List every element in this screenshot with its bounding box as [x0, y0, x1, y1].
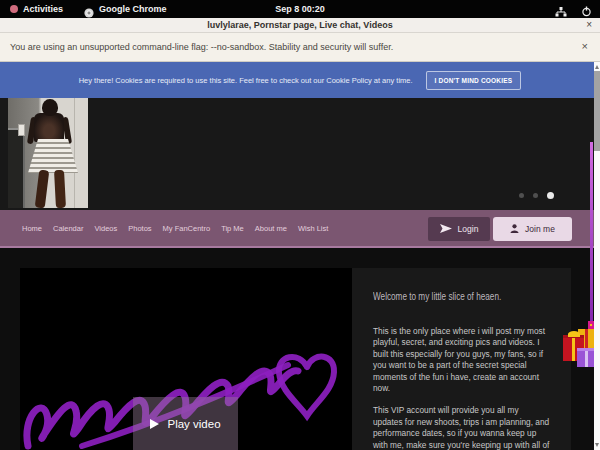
person-icon — [510, 224, 519, 235]
gift-widget-tab[interactable] — [590, 142, 593, 345]
window-title: luvlylarae, Pornstar page, Live chat, Vi… — [0, 20, 600, 30]
carousel-dot-3-active[interactable] — [547, 192, 554, 199]
video-preview: Play video — [20, 268, 352, 450]
nav-item-wish-list[interactable]: Wish List — [298, 224, 328, 233]
profile-photo — [8, 98, 88, 208]
screen: Activities Google Chrome Sep 8 00:20 luv… — [0, 0, 600, 450]
cookie-banner: Hey there! Cookies are required to use t… — [0, 62, 600, 98]
nav-item-calendar[interactable]: Calendar — [53, 224, 83, 233]
infobar-close-icon[interactable]: × — [582, 40, 588, 52]
scrollbar-thumb[interactable] — [594, 71, 600, 151]
clock[interactable]: Sep 8 00:20 — [0, 4, 600, 14]
cookie-message: Hey there! Cookies are required to use t… — [79, 76, 413, 85]
nav-item-tip-me[interactable]: Tip Me — [221, 224, 244, 233]
vip-paragraph: This VIP account will provide you all my… — [373, 405, 550, 450]
site-nav: Home Calendar Videos Photos My FanCentro… — [0, 210, 600, 248]
nav-item-my-fancentro[interactable]: My FanCentro — [163, 224, 211, 233]
scroll-up-icon[interactable] — [595, 65, 599, 69]
login-button[interactable]: Login — [428, 217, 490, 241]
join-me-button[interactable]: Join me — [493, 217, 572, 241]
nav-item-videos[interactable]: Videos — [94, 224, 117, 233]
infobar-message: You are using an unsupported command-lin… — [10, 42, 393, 52]
scroll-down-icon[interactable] — [595, 443, 599, 447]
carousel-dots — [519, 191, 554, 199]
play-video-button[interactable]: Play video — [133, 397, 238, 450]
gnome-top-bar: Activities Google Chrome Sep 8 00:20 — [0, 0, 600, 18]
window-titlebar: luvlylarae, Pornstar page, Live chat, Vi… — [0, 18, 600, 33]
page-scrollbar[interactable] — [594, 62, 600, 450]
welcome-heading: Welcome to my little slice of heaen. — [373, 290, 511, 302]
hero-carousel — [0, 98, 600, 210]
welcome-panel: Welcome to my little slice of heaen. Thi… — [352, 268, 571, 450]
nav-item-home[interactable]: Home — [22, 224, 42, 233]
window-close-icon[interactable]: × — [586, 19, 592, 30]
photo-fan — [8, 128, 25, 208]
gift-box-purple-icon — [577, 348, 595, 367]
chrome-infobar: You are using an unsupported command-lin… — [0, 33, 600, 62]
cookie-accept-button[interactable]: I DON'T MIND COOKIES — [426, 71, 522, 90]
carousel-dot-2[interactable] — [533, 193, 538, 198]
nav-item-about-me[interactable]: About me — [255, 224, 287, 233]
play-icon — [150, 419, 159, 429]
nav-item-photos[interactable]: Photos — [128, 224, 151, 233]
main-content: Play video Welcome to my little slice of… — [0, 248, 600, 450]
carousel-dot-1[interactable] — [519, 193, 524, 198]
browser-viewport: Hey there! Cookies are required to use t… — [0, 62, 600, 450]
send-icon — [440, 224, 452, 235]
intro-paragraph: This is the only place where i will post… — [373, 326, 550, 394]
